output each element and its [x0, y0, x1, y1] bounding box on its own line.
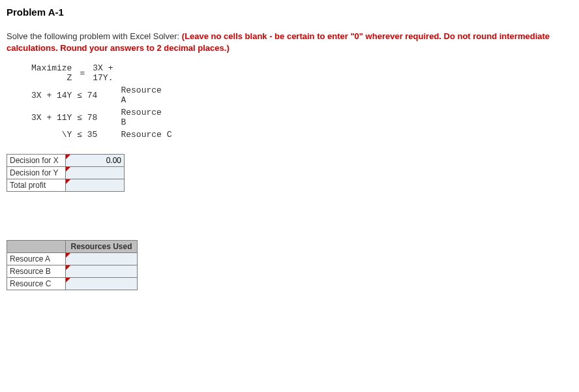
total-profit-cell[interactable]: [66, 179, 125, 192]
objective-right: 3X + 17Y.: [89, 62, 117, 84]
total-profit-input[interactable]: [66, 179, 124, 191]
validation-indicator-icon: [66, 179, 70, 184]
validation-indicator-icon: [66, 265, 70, 270]
row-label: Resource A: [7, 253, 66, 265]
page-title: Problem A-1: [7, 7, 572, 18]
table-row: Resource C: [7, 278, 138, 290]
decision-y-input[interactable]: [66, 167, 124, 179]
resource-c-input[interactable]: [66, 278, 137, 290]
row-label: Total profit: [7, 179, 66, 192]
decision-y-cell[interactable]: [66, 167, 125, 179]
constraint-2: 3X + 11Y ≤ 78: [27, 106, 117, 128]
table-header-row: Resources Used: [7, 241, 138, 253]
resource-b-input[interactable]: [66, 265, 137, 277]
resource-a-cell[interactable]: [66, 253, 138, 265]
resource-a-input[interactable]: [66, 253, 137, 265]
lp-formulation: Maximize Z = 3X + 17Y. 3X + 14Y ≤ 74 Res…: [27, 62, 572, 141]
row-label: Resource B: [7, 265, 66, 278]
table-row: Decision for X: [7, 155, 125, 167]
resource-b-cell[interactable]: [66, 265, 138, 278]
decision-table: Decision for X Decision for Y Total prof…: [7, 154, 125, 192]
validation-indicator-icon: [66, 253, 70, 258]
header-blank: [7, 241, 66, 253]
constraint-1-label: Resource A: [117, 84, 175, 106]
resources-table: Resources Used Resource A Resource B Res…: [7, 240, 138, 290]
row-label: Decision for X: [7, 155, 66, 167]
resource-c-cell[interactable]: [66, 278, 138, 290]
constraint-1: 3X + 14Y ≤ 74: [27, 84, 117, 106]
table-row: Resource A: [7, 253, 138, 265]
validation-indicator-icon: [66, 155, 70, 159]
decision-x-cell[interactable]: [66, 155, 125, 167]
constraint-3: \Y ≤ 35: [27, 128, 117, 141]
validation-indicator-icon: [66, 167, 70, 172]
decision-x-input[interactable]: [66, 155, 124, 166]
objective-eq: =: [76, 62, 89, 84]
intro-text: Solve the following problem with Excel S…: [7, 31, 572, 54]
validation-indicator-icon: [66, 278, 70, 282]
table-row: Resource B: [7, 265, 138, 278]
constraint-2-label: Resource B: [117, 106, 175, 128]
table-row: Total profit: [7, 179, 125, 192]
objective-left: Maximize Z: [27, 62, 76, 84]
resources-used-header: Resources Used: [66, 241, 138, 253]
row-label: Decision for Y: [7, 167, 66, 179]
constraint-3-label: Resource C: [117, 128, 175, 141]
intro-plain: Solve the following problem with Excel S…: [7, 31, 182, 41]
table-row: Decision for Y: [7, 167, 125, 179]
row-label: Resource C: [7, 278, 66, 290]
